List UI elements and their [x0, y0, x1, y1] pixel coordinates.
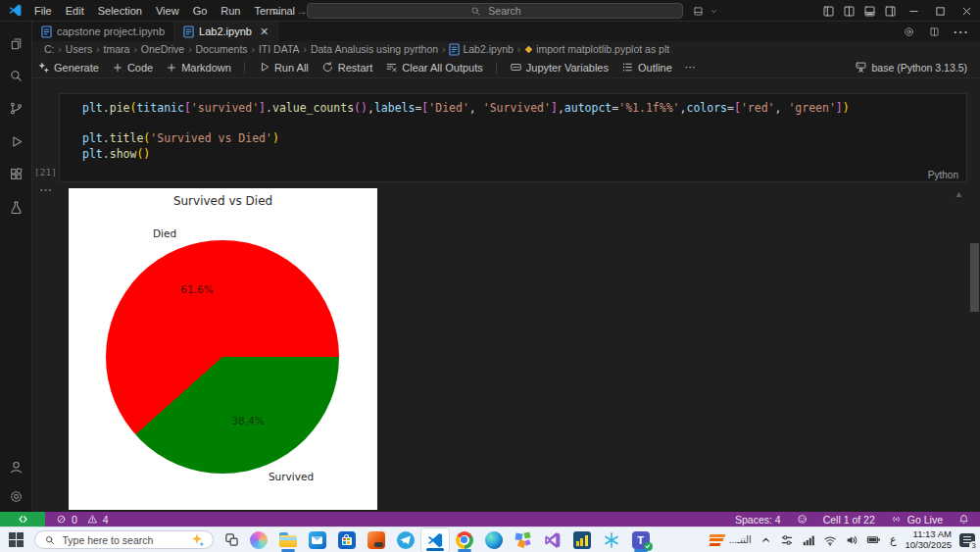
- tab-capstone-project-ipynb[interactable]: capstone project.ipynb: [32, 22, 174, 41]
- taskbar-app-file-explorer[interactable]: [273, 527, 303, 552]
- go-live-button[interactable]: Go Live: [889, 512, 943, 527]
- editor-scrollbar[interactable]: [970, 243, 979, 312]
- cell-language-label[interactable]: Python: [928, 170, 958, 180]
- breadcrumb-separator: ›: [252, 44, 255, 55]
- breadcrumb-separator: ›: [133, 44, 136, 55]
- problems-indicator[interactable]: 0 4: [54, 512, 114, 527]
- breadcrumb-item[interactable]: tmara: [104, 43, 130, 55]
- taskbar-app-telegram[interactable]: [391, 527, 420, 552]
- run-debug-icon[interactable]: [0, 134, 31, 149]
- restart-button[interactable]: Restart: [321, 61, 372, 74]
- taskbar-app-vscode[interactable]: [420, 527, 450, 552]
- taskbar-app-m365[interactable]: [362, 527, 391, 552]
- breadcrumb-item[interactable]: Data Analusis using pyrthon: [311, 43, 438, 55]
- add-code-cell-button[interactable]: Code: [112, 62, 153, 74]
- notebook-settings-icon[interactable]: [904, 25, 915, 37]
- outline-button[interactable]: Outline: [621, 61, 672, 74]
- tray-overflow-chevron[interactable]: [760, 533, 772, 546]
- breadcrumb-item[interactable]: ITI DATA: [259, 43, 300, 55]
- taskbar-app-power-bi[interactable]: [567, 527, 597, 552]
- taskbar-search[interactable]: Type here to search: [34, 530, 214, 549]
- taskbar-clock[interactable]: 11:13 AM 10/30/2025: [905, 529, 952, 550]
- breadcrumb-item[interactable]: Lab2.ipynb: [449, 43, 513, 56]
- menu-selection[interactable]: Selection: [91, 0, 149, 22]
- taskbar-app-edge[interactable]: [479, 527, 509, 552]
- breadcrumb-item[interactable]: OneDrive: [141, 43, 184, 55]
- play-icon: [258, 61, 270, 74]
- account-icon[interactable]: [0, 460, 31, 475]
- generate-button[interactable]: Generate: [37, 61, 99, 74]
- keyboard-language-indicator[interactable]: ع: [889, 533, 898, 546]
- notification-center-button[interactable]: 3: [959, 533, 975, 547]
- taskbar-app-chrome[interactable]: [450, 527, 479, 552]
- customize-layout-button[interactable]: [818, 0, 839, 22]
- back-button[interactable]: ←: [271, 4, 283, 18]
- battery-icon[interactable]: [866, 532, 881, 547]
- cellular-icon[interactable]: [802, 533, 815, 547]
- explorer-icon[interactable]: [0, 36, 31, 51]
- taskbar-app-teams[interactable]: T: [626, 527, 656, 552]
- close-window-button[interactable]: [954, 0, 980, 22]
- split-editor-icon[interactable]: [929, 26, 939, 36]
- menu-view[interactable]: View: [149, 0, 186, 22]
- testing-icon[interactable]: [0, 200, 31, 215]
- pinned-apps: T: [244, 527, 656, 552]
- widgets-button[interactable]: التنـ...: [710, 533, 752, 547]
- cell-indicator[interactable]: Cell 1 of 22: [823, 514, 875, 526]
- menu-edit[interactable]: Edit: [59, 0, 91, 22]
- menu-go[interactable]: Go: [186, 0, 215, 22]
- maximize-button[interactable]: [927, 0, 954, 22]
- menu-file[interactable]: File: [27, 0, 59, 22]
- time: 11:13 AM: [905, 529, 952, 540]
- start-button[interactable]: [9, 532, 24, 547]
- kernel-picker[interactable]: base (Python 3.13.5): [855, 61, 967, 74]
- layout-dropdown-button[interactable]: [692, 0, 721, 22]
- execution-count: [21]: [34, 167, 58, 177]
- breadcrumb-item[interactable]: Documents: [196, 43, 248, 55]
- command-center-search[interactable]: Search: [307, 3, 683, 19]
- remote-indicator[interactable]: [0, 512, 45, 527]
- wifi-icon[interactable]: [823, 533, 837, 547]
- volume-icon[interactable]: [845, 533, 858, 547]
- output-options-icon[interactable]: ⋯: [39, 182, 52, 197]
- feedback-smiley-icon[interactable]: [797, 514, 808, 525]
- breadcrumb-item[interactable]: Users: [66, 43, 92, 55]
- settings-gear-icon[interactable]: [0, 489, 31, 504]
- notification-icon: [963, 539, 971, 540]
- taskbar-app-app-squares[interactable]: [509, 527, 538, 552]
- menu-run[interactable]: Run: [214, 0, 247, 22]
- jupyter-variables-button[interactable]: Jupyter Variables: [510, 61, 609, 74]
- taskbar-app-outlook[interactable]: [303, 527, 332, 552]
- more-tab-actions-icon[interactable]: ⋯: [953, 23, 968, 41]
- search-sidebar-icon[interactable]: [0, 69, 31, 83]
- toggle-secondary-sidebar-button[interactable]: [880, 0, 901, 22]
- task-view-button[interactable]: [224, 532, 239, 547]
- toggle-sidebar-button[interactable]: [839, 0, 859, 22]
- notebook-editor: plt.pie(titanic['survived'].value_counts…: [32, 78, 980, 512]
- tab-lab2-ipynb[interactable]: Lab2.ipynb ✕: [174, 22, 278, 41]
- taskbar-app-microsoft-store[interactable]: [332, 527, 362, 552]
- breadcrumb-separator: ›: [517, 44, 520, 55]
- code-cell[interactable]: plt.pie(titanic['survived'].value_counts…: [59, 93, 967, 182]
- close-tab-icon[interactable]: ✕: [260, 25, 269, 38]
- clear-all-outputs-button[interactable]: Clear All Outputs: [385, 61, 483, 74]
- more-actions-button[interactable]: ⋯: [685, 61, 696, 74]
- minimize-button[interactable]: [901, 0, 927, 22]
- add-markdown-cell-button[interactable]: Markdown: [166, 62, 231, 74]
- breadcrumb-item[interactable]: import matplotlib.pyplot as plt: [524, 43, 669, 55]
- taskbar-app-copilot[interactable]: [244, 527, 273, 552]
- indent-indicator[interactable]: Spaces: 4: [735, 514, 781, 526]
- run-all-button[interactable]: Run All: [258, 61, 309, 74]
- notifications-bell-icon[interactable]: [958, 514, 969, 525]
- toggle-panel-button[interactable]: [859, 0, 880, 22]
- taskbar-app-visual-studio[interactable]: [538, 527, 567, 552]
- source-control-icon[interactable]: [0, 101, 31, 116]
- code-area[interactable]: plt.pie(titanic['survived'].value_counts…: [60, 94, 966, 162]
- extensions-icon[interactable]: [0, 167, 31, 181]
- notebook-toolbar-buttons: Generate Code Markdown Run All Restart C…: [37, 61, 696, 74]
- quick-settings-icon[interactable]: [780, 533, 794, 547]
- taskbar-app-snowflake[interactable]: [597, 527, 626, 552]
- chrome-icon: [456, 531, 473, 549]
- breadcrumb-item[interactable]: C:: [44, 43, 55, 55]
- teams-icon: T: [632, 531, 650, 549]
